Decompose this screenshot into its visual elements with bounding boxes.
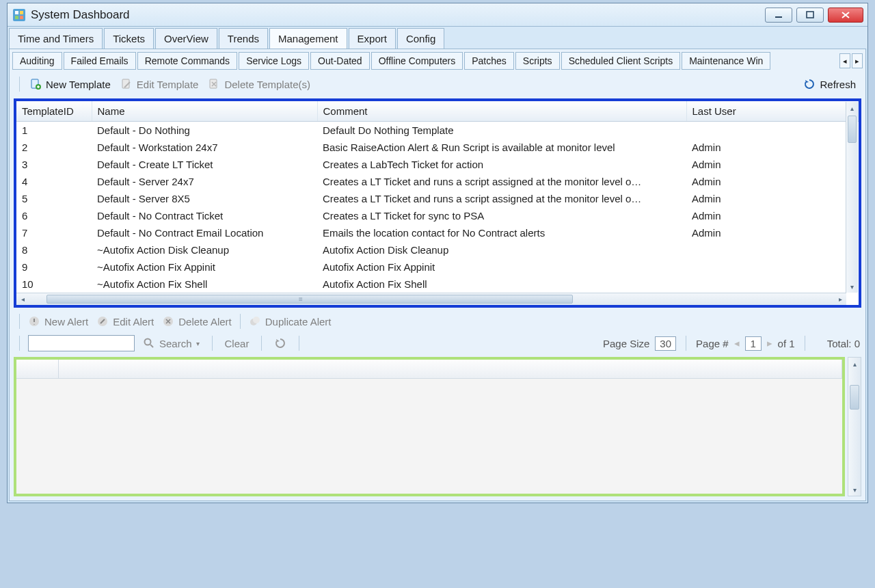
tab-time-and-timers[interactable]: Time and Timers [9,28,103,49]
table-row[interactable]: 7Default - No Contract Email LocationEma… [16,224,859,241]
template-grid[interactable]: TemplateIDNameCommentLast User 1Default … [16,101,859,293]
table-row[interactable]: 2Default - Workstation 24x7Basic RaiseAc… [16,139,859,156]
subtab-maintenance-win[interactable]: Maintenance Win [682,52,770,70]
search-label: Search [159,338,192,349]
tab-overview[interactable]: OverView [155,28,217,49]
delete-alert-label: Delete Alert [178,316,232,328]
svg-point-15 [253,317,260,323]
column-comment[interactable]: Comment [317,101,686,122]
table-row[interactable]: 3Default - Create LT TicketCreates a Lab… [16,156,859,173]
svg-rect-2 [20,11,23,14]
delete-template-button[interactable]: Delete Template(s) [204,76,314,92]
scroll-down-icon: ▾ [846,280,858,293]
refresh-button[interactable]: Refresh [799,76,860,92]
table-row[interactable]: 8~Autofix Action Disk CleanupAutofix Act… [16,241,859,258]
alert-toolbar: New Alert Edit Alert Delete Alert Duplic… [12,310,863,332]
subtab-out-dated[interactable]: Out-Dated [310,52,370,70]
minimize-icon [774,12,783,18]
tab-export[interactable]: Export [349,28,396,49]
page-next-icon[interactable]: ▸ [767,337,772,349]
refresh-small-button[interactable] [270,335,291,351]
separator [19,336,20,351]
column-name[interactable]: Name [92,101,317,122]
edit-template-button[interactable]: Edit Template [116,76,203,92]
scroll-thumb[interactable] [850,385,859,410]
table-row[interactable]: 1Default - Do NothingDefault Do Nothing … [16,122,859,139]
subtab-scripts[interactable]: Scripts [515,52,560,70]
subtab-offline-computers[interactable]: Offline Computers [371,52,463,70]
cell-name: ~Autofix Action Disk Cleanup [92,241,317,258]
table-row[interactable]: 10~Autofix Action Fix ShellAutofix Actio… [16,276,859,293]
tab-config[interactable]: Config [397,28,444,49]
window-buttons [765,8,863,23]
cell-comment: Creates a LT Ticket and runs a script as… [317,190,686,207]
search-button[interactable]: Search ▾ [139,335,204,351]
lower-vertical-scrollbar[interactable]: ▴ ▾ [848,357,861,496]
tab-trends[interactable]: Trends [219,28,268,49]
page-of-label: of 1 [778,338,795,349]
subtab-patches[interactable]: Patches [464,52,514,70]
subtab-scheduled-client-scripts[interactable]: Scheduled Client Scripts [561,52,681,70]
search-pager-row: Search ▾ Clear Page Size 30 Page # ◂ 1 ▸… [12,332,863,354]
scroll-thumb[interactable] [46,295,573,304]
scroll-down-icon: ▾ [848,483,861,496]
svg-rect-4 [20,16,23,19]
clear-label: Clear [225,338,250,349]
clear-button[interactable]: Clear [221,336,254,351]
cell-id: 1 [16,122,92,139]
cell-name: Default - Do Nothing [92,122,317,139]
tab-management[interactable]: Management [269,28,347,49]
subtab-failed-emails[interactable]: Failed Emails [64,52,136,70]
cell-comment: Creates a LT Ticket for sync to PSA [317,207,686,224]
column-templateid[interactable]: TemplateID [16,101,92,122]
separator [299,336,299,351]
close-button[interactable] [828,8,863,23]
subtab-scroll-left[interactable]: ◂ [839,53,850,68]
svg-point-16 [145,339,151,345]
search-icon [143,337,155,349]
table-row[interactable]: 9~Autofix Action Fix AppinitAutofix Acti… [16,258,859,276]
table-row[interactable]: 4Default - Server 24x7Creates a LT Ticke… [16,173,859,190]
cell-name: ~Autofix Action Fix Appinit [92,258,317,276]
subtab-scroll-right[interactable]: ▸ [852,53,863,68]
separator [686,336,686,351]
duplicate-alert-button[interactable]: Duplicate Alert [245,313,336,330]
dropdown-caret-icon: ▾ [196,340,200,347]
refresh-label: Refresh [820,79,856,90]
subtab-auditing[interactable]: Auditing [12,52,62,70]
cell-id: 6 [16,207,92,224]
table-row[interactable]: 5Default - Server 8X5Creates a LT Ticket… [16,190,859,207]
page-num-label: Page # [696,338,729,349]
cell-comment: Autofix Action Disk Cleanup [317,241,686,258]
alert-grid-header-cell[interactable] [59,360,842,378]
page-size-value[interactable]: 30 [655,336,676,351]
minimize-button[interactable] [765,8,792,23]
new-template-icon [29,78,42,90]
search-input[interactable] [28,335,135,351]
scroll-thumb[interactable] [848,116,857,143]
delete-alert-button[interactable]: Delete Alert [158,313,236,330]
grid-vertical-scrollbar[interactable]: ▴ ▾ [846,102,858,293]
titlebar: System Dashboard [8,3,867,27]
page-prev-icon[interactable]: ◂ [734,337,740,349]
tab-tickets[interactable]: Tickets [104,28,154,49]
alert-grid-header-cell[interactable] [16,360,59,378]
edit-alert-button[interactable]: Edit Alert [92,313,158,330]
maximize-button[interactable] [796,8,824,23]
cell-last_user: Admin [686,207,859,224]
subtab-service-logs[interactable]: Service Logs [239,52,309,70]
table-row[interactable]: 6Default - No Contract TicketCreates a L… [16,207,859,224]
page-num-value[interactable]: 1 [745,336,762,351]
alert-grid-header[interactable] [16,360,842,379]
column-last-user[interactable]: Last User [686,101,859,122]
edit-template-icon [120,78,133,90]
cell-name: Default - Workstation 24x7 [92,139,317,156]
grid-horizontal-scrollbar[interactable]: ◂ ≡ ▸ [16,293,846,305]
separator [261,336,262,351]
cell-id: 3 [16,156,92,173]
cell-id: 8 [16,241,92,258]
svg-rect-0 [13,9,25,21]
new-template-button[interactable]: New Template [25,76,115,92]
new-alert-button[interactable]: New Alert [24,313,92,330]
subtab-remote-commands[interactable]: Remote Commands [137,52,238,70]
